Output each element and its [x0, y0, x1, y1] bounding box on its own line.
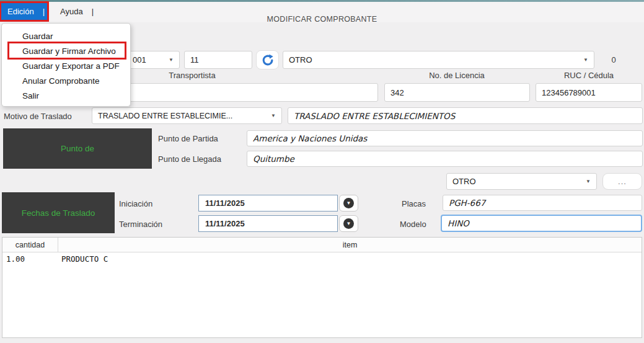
punto-llegada-label: Punto de Llegada — [158, 154, 221, 164]
fechas-section-label: Fechas de Traslado — [22, 208, 95, 218]
punto-partida-value: America y Naciones Unidas — [253, 133, 367, 143]
cell-item: PRODUCTO C — [58, 252, 642, 265]
ruc-label: RUC / Cédula — [539, 71, 638, 80]
placas-field[interactable]: PGH-667 — [443, 195, 642, 211]
punto-section-label: Punto de — [61, 144, 94, 153]
vehiculo-tipo-value: OTRO — [452, 177, 476, 186]
more-button-label: ... — [618, 177, 627, 186]
terminacion-datepicker[interactable]: 11/11/2025 — [198, 215, 338, 232]
chevron-down-icon: ▼ — [583, 57, 588, 63]
iniciacion-dropdown-button[interactable]: ▼ — [339, 195, 358, 212]
iniciacion-value: 11/11/2025 — [205, 198, 245, 208]
menu-item-guardar-pdf[interactable]: Guardar y Exportar a PDF — [2, 59, 130, 74]
ruc-value: 123456789001 — [542, 88, 596, 97]
chevron-down-circle-icon: ▼ — [343, 198, 354, 208]
chevron-down-icon: ▼ — [586, 179, 591, 184]
cell-cantidad: 1.00 — [2, 252, 58, 265]
punto-section-header: Punto de — [3, 128, 152, 169]
fechas-section-header: Fechas de Traslado — [2, 192, 115, 233]
licencia-field[interactable]: 342 — [384, 83, 530, 102]
transportista-label: Transportista — [143, 71, 242, 80]
licencia-label: No. de Licencia — [407, 71, 506, 80]
modelo-field[interactable]: HINO — [441, 215, 642, 232]
column-header-cantidad[interactable]: cantidad — [2, 238, 58, 252]
chevron-down-circle-icon: ▼ — [343, 218, 354, 229]
punto-llegada-field[interactable]: Quitumbe — [247, 151, 643, 167]
placas-label: Placas — [402, 199, 426, 208]
refresh-button[interactable] — [256, 50, 279, 69]
numero-field[interactable]: 11 — [184, 51, 252, 69]
column-header-item[interactable]: item — [58, 238, 642, 252]
vehiculo-tipo-combobox[interactable]: OTRO ▼ — [446, 173, 597, 190]
modelo-value: HINO — [448, 218, 469, 228]
motivo-combo-value: TRASLADO ENTRE ESTABLECIMIE... — [98, 112, 232, 120]
count-value: 0 — [604, 55, 623, 65]
placas-value: PGH-667 — [449, 198, 485, 208]
chevron-down-icon: ▼ — [169, 57, 174, 63]
tipo-transporte-combobox[interactable]: OTRO ▼ — [283, 51, 594, 69]
motivo-descripcion-field[interactable]: TRASLADO ENTRE ESTABLECIMIENTOS — [288, 107, 643, 124]
items-table-header: cantidad item — [2, 238, 642, 252]
serie-combobox[interactable]: 001 ▼ — [126, 51, 180, 69]
items-table[interactable]: cantidad item 1.00 PRODUCTO C — [2, 237, 642, 338]
iniciacion-datepicker[interactable]: 11/11/2025 — [198, 195, 338, 212]
numero-value: 11 — [190, 55, 199, 65]
vehiculo-more-button[interactable]: ... — [602, 173, 642, 190]
licencia-value: 342 — [390, 88, 404, 97]
menu-item-anular[interactable]: Anular Comprobante — [2, 74, 130, 89]
menu-item-salir[interactable]: Salir — [2, 89, 130, 104]
tipo-transporte-value: OTRO — [289, 55, 312, 65]
modelo-label: Modelo — [400, 220, 426, 229]
refresh-icon — [261, 53, 275, 67]
terminacion-value: 11/11/2025 — [205, 219, 245, 228]
page-title: MODIFICAR COMPROBANTE — [0, 15, 644, 24]
edicion-dropdown-menu: Guardar Guardar y Firmar Archivo Guardar… — [1, 23, 131, 107]
punto-partida-field[interactable]: America y Naciones Unidas — [247, 130, 643, 146]
menu-item-guardar[interactable]: Guardar — [2, 29, 130, 44]
ruc-field[interactable]: 123456789001 — [536, 83, 642, 102]
punto-partida-label: Punto de Partida — [158, 134, 218, 143]
menu-item-guardar-firmar[interactable]: Guardar y Firmar Archivo — [2, 44, 130, 59]
terminacion-label: Terminación — [119, 220, 162, 229]
motivo-label: Motivo de Traslado — [4, 112, 72, 121]
punto-llegada-value: Quitumbe — [253, 154, 294, 164]
table-row[interactable]: 1.00 PRODUCTO C — [2, 252, 642, 265]
motivo-descripcion-value: TRASLADO ENTRE ESTABLECIMIENTOS — [294, 111, 455, 121]
motivo-combobox[interactable]: TRASLADO ENTRE ESTABLECIMIE... ▼ — [92, 107, 282, 124]
serie-value: 001 — [133, 55, 146, 65]
chevron-down-icon: ▼ — [271, 113, 276, 118]
iniciacion-label: Iniciación — [119, 199, 152, 208]
terminacion-dropdown-button[interactable]: ▼ — [339, 215, 358, 232]
